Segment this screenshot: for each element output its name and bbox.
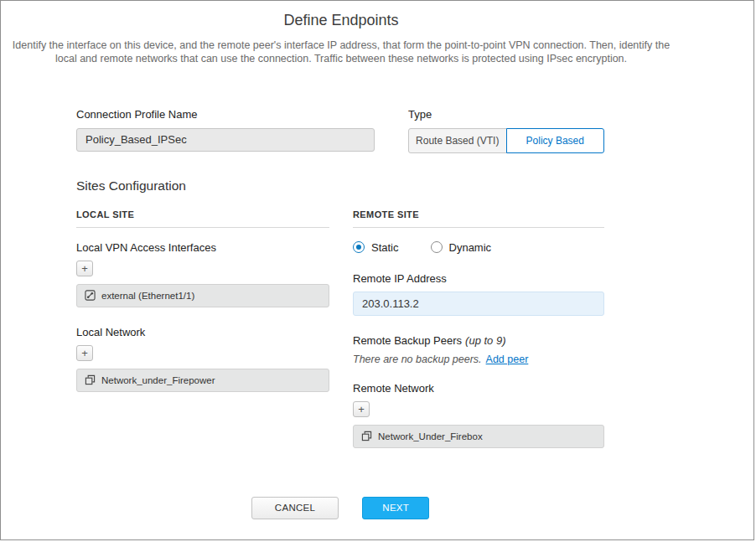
local-site-section: LOCAL SITE Local VPN Access Interfaces + [76,209,329,448]
cancel-button[interactable]: CANCEL [251,497,339,519]
remote-mode-radio-group: Static Dynamic [353,241,604,254]
remote-network-item-label: Network_Under_Firebox [378,431,483,441]
remote-backup-peers-label: Remote Backup Peers(up to 9) [353,334,604,347]
network-icon [85,374,96,385]
profile-and-type-row: Connection Profile Name Type Route Based… [76,108,604,153]
add-peer-link[interactable]: Add peer [486,354,529,365]
dialog-footer: CANCEL NEXT [76,497,604,519]
spacer [76,307,329,326]
remote-backup-peers-label-text: Remote Backup Peers [353,334,462,347]
local-network-item[interactable]: Network_under_Firepower [76,369,329,392]
radio-dynamic-label: Dynamic [449,241,492,254]
radio-dynamic[interactable]: Dynamic [431,241,492,254]
sites-columns: LOCAL SITE Local VPN Access Interfaces + [76,209,604,448]
page-title: Define Endpoints [1,12,681,29]
remote-network-label: Remote Network [353,382,604,395]
plus-icon: + [81,348,88,359]
local-interface-item-label: external (Ethernet1/1) [101,291,194,301]
radio-static[interactable]: Static [353,241,399,254]
connection-profile-field: Connection Profile Name [76,108,375,153]
plus-icon: + [81,263,88,274]
add-local-interface-button[interactable]: + [76,261,93,276]
radio-static-label: Static [371,241,399,254]
remote-site-section: REMOTE SITE Static Dynamic Remote IP Add… [353,209,604,448]
add-remote-network-button[interactable]: + [353,401,370,417]
remote-ip-input[interactable] [353,292,604,316]
backup-peers-limit-hint: (up to 9) [465,334,505,347]
type-option-policy-based[interactable]: Policy Based [506,128,605,153]
add-local-network-button[interactable]: + [76,345,93,361]
connection-profile-label: Connection Profile Name [76,108,375,121]
sites-configuration-heading: Sites Configuration [76,178,604,194]
remote-network-item[interactable]: Network_Under_Firebox [353,425,604,448]
remote-ip-label: Remote IP Address [353,272,604,285]
type-toggle-group: Route Based (VTI) Policy Based [408,128,604,153]
plus-icon: + [358,404,365,415]
radio-dynamic-control [431,241,443,253]
local-site-heading: LOCAL SITE [76,209,329,228]
local-vpn-interfaces-label: Local VPN Access Interfaces [76,241,329,254]
local-interface-item[interactable]: external (Ethernet1/1) [76,284,329,307]
page-description: Identify the interface on this device, a… [6,39,676,66]
next-button[interactable]: NEXT [362,497,429,519]
type-label: Type [408,108,604,121]
network-icon [361,431,372,441]
radio-static-control [353,241,365,253]
dialog-inner: Define Endpoints Identify the interface … [1,1,681,519]
type-option-route-based-vti[interactable]: Route Based (VTI) [408,128,507,153]
type-field: Type Route Based (VTI) Policy Based [408,108,604,153]
define-endpoints-dialog: Define Endpoints Identify the interface … [0,0,754,540]
dialog-content: Connection Profile Name Type Route Based… [76,108,604,519]
no-backup-peers-text: There are no backup peers. [353,354,482,365]
local-network-label: Local Network [76,326,329,338]
local-network-item-label: Network_under_Firepower [101,375,215,385]
interface-icon [85,290,96,301]
connection-profile-input[interactable] [76,128,375,152]
remote-site-heading: REMOTE SITE [353,209,604,228]
backup-peers-empty-row: There are no backup peers.Add peer [353,354,604,365]
